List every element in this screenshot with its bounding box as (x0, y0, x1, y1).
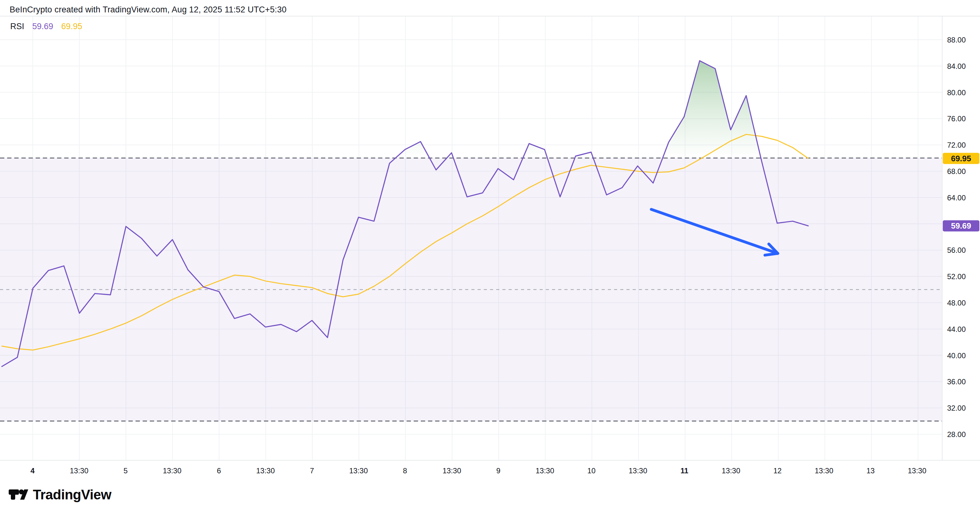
y-axis-tick-label: 72.00 (947, 141, 966, 149)
x-axis-tick-label: 13:30 (628, 467, 647, 475)
y-axis-tick-label: 44.00 (947, 325, 966, 333)
y-axis-tick-label: 68.00 (947, 167, 966, 175)
rsi-price-badge: 59.69 (943, 220, 979, 231)
x-axis-tick-label: 13:30 (536, 467, 554, 475)
x-axis-tick-label: 11 (681, 467, 688, 475)
tradingview-branding[interactable]: TradingView (9, 487, 111, 502)
y-axis-tick-label: 84.00 (947, 62, 966, 70)
y-axis-tick-label: 52.00 (947, 272, 966, 281)
x-axis-tick-label: 4 (30, 467, 35, 475)
trend-arrow-head (765, 253, 778, 255)
rsi-price-badge-value: 59.69 (951, 221, 971, 231)
x-axis-tick-label: 13 (867, 467, 875, 475)
y-axis-tick-label: 64.00 (947, 194, 966, 202)
x-axis-tick-label: 8 (403, 467, 407, 475)
x-axis-tick-label: 5 (123, 467, 127, 475)
tradingview-wordmark: TradingView (33, 487, 111, 502)
ma-price-badge-value: 69.95 (951, 154, 971, 163)
y-axis-tick-label: 80.00 (947, 88, 966, 97)
chart-title: BeInCrypto created with TradingView.com,… (10, 5, 286, 14)
x-axis[interactable]: 413:30513:30613:30713:30813:30913:301013… (30, 467, 926, 475)
x-axis-tick-label: 13:30 (442, 467, 461, 475)
x-axis-tick-label: 13:30 (163, 467, 181, 475)
x-axis-tick-label: 9 (496, 467, 500, 475)
y-axis-tick-label: 32.00 (947, 404, 966, 412)
y-axis-tick-label: 36.00 (947, 378, 966, 386)
x-axis-tick-label: 12 (773, 467, 782, 475)
x-axis-tick-label: 13:30 (722, 467, 740, 475)
indicator-legend[interactable]: RSI 59.69 69.95 (10, 22, 82, 31)
x-axis-tick-label: 10 (587, 467, 596, 475)
x-axis-tick-label: 13:30 (256, 467, 275, 475)
rsi-chart-canvas[interactable]: 88.0084.0080.0076.0072.0068.0064.0056.00… (0, 0, 980, 513)
x-axis-tick-label: 6 (217, 467, 221, 475)
indicator-name: RSI (10, 22, 24, 31)
y-axis-tick-label: 76.00 (947, 115, 966, 123)
x-axis-tick-label: 13:30 (70, 467, 88, 475)
y-axis-tick-label: 88.00 (947, 36, 966, 44)
x-axis-tick-label: 7 (310, 467, 314, 475)
ma-current-value: 69.95 (61, 22, 83, 31)
tradingview-logo-icon (9, 489, 29, 500)
y-axis-tick-label: 28.00 (947, 430, 966, 438)
y-axis-tick-label: 40.00 (947, 351, 966, 360)
tradingview-rsi-screenshot: 88.0084.0080.0076.0072.0068.0064.0056.00… (0, 0, 980, 513)
rsi-current-value: 59.69 (32, 22, 53, 31)
y-axis-tick-label: 48.00 (947, 299, 966, 307)
x-axis-tick-label: 13:30 (908, 467, 926, 475)
x-axis-tick-label: 13:30 (349, 467, 368, 475)
y-axis-tick-label: 56.00 (947, 246, 966, 254)
ma-price-badge: 69.95 (943, 153, 979, 164)
y-axis[interactable]: 88.0084.0080.0076.0072.0068.0064.0056.00… (943, 36, 979, 438)
x-axis-tick-label: 13:30 (815, 467, 833, 475)
